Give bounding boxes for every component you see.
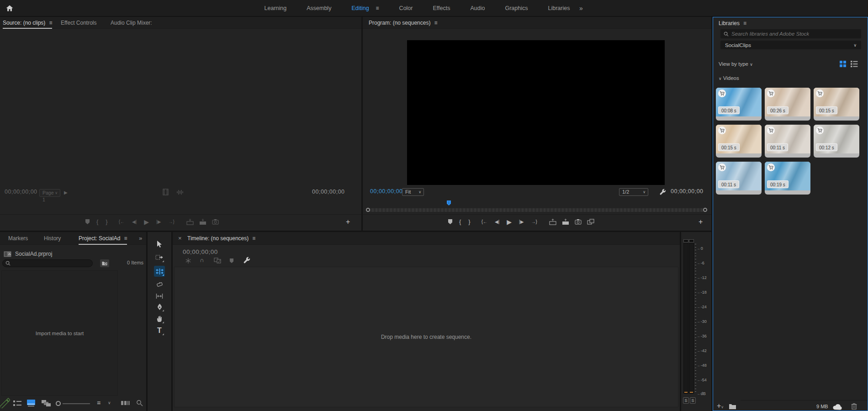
tab-history[interactable]: History: [44, 232, 61, 245]
icon-view-button[interactable]: [26, 399, 36, 407]
solo-left-button[interactable]: S: [683, 397, 689, 404]
libraries-panel-menu-icon[interactable]: ≡: [743, 20, 746, 26]
hand-tool[interactable]: [154, 313, 165, 324]
delete-trash-icon[interactable]: [851, 403, 857, 410]
program-monitor[interactable]: [407, 40, 665, 185]
playhead-marker[interactable]: [446, 200, 451, 206]
add-marker-button[interactable]: [448, 219, 453, 225]
source-panel-menu-icon[interactable]: ≡: [49, 20, 52, 26]
video-thumbnail[interactable]: 00:08 s: [716, 88, 762, 121]
timeline-drop-zone[interactable]: Drop media here to create sequence.: [174, 267, 678, 407]
insert-button[interactable]: [186, 219, 194, 225]
tab-effects[interactable]: Effects: [433, 0, 450, 16]
automate-to-sequence-button[interactable]: [121, 400, 130, 406]
license-button[interactable]: [718, 90, 726, 97]
license-button[interactable]: [767, 163, 775, 171]
mark-out-button[interactable]: }: [106, 218, 107, 225]
cloud-sync-icon[interactable]: [832, 403, 843, 410]
tab-graphics[interactable]: Graphics: [505, 0, 528, 16]
project-panel-menu-icon[interactable]: ≡: [124, 235, 127, 242]
program-scrubber-bar[interactable]: [368, 208, 705, 212]
thumbnail-zoom-handle[interactable]: [56, 401, 61, 406]
step-back-button[interactable]: ◀|: [132, 219, 137, 224]
list-view-button[interactable]: [13, 400, 22, 406]
tab-libraries[interactable]: Libraries: [548, 0, 570, 16]
videos-section-header[interactable]: ∨ Videos: [719, 75, 739, 81]
ripple-edit-tool[interactable]: [154, 266, 165, 277]
button-editor-button[interactable]: +: [346, 218, 350, 226]
go-to-out-button[interactable]: →}: [168, 219, 174, 224]
search-in-bin-button[interactable]: [100, 259, 109, 267]
zoom-level-select[interactable]: Fit∨: [402, 188, 424, 196]
thumbnail-zoom-slider[interactable]: [63, 403, 90, 404]
tab-effect-controls[interactable]: Effect Controls: [61, 17, 96, 29]
go-to-out-button[interactable]: →}: [531, 219, 537, 224]
editing-tab-menu-icon[interactable]: ≡: [376, 5, 379, 11]
video-thumbnail[interactable]: 00:12 s: [814, 125, 859, 158]
view-by-type-select[interactable]: View by type ∨: [719, 61, 753, 67]
tab-source[interactable]: Source: (no clips)≡: [3, 17, 52, 29]
step-back-button[interactable]: ◀|: [495, 219, 499, 224]
timeline-panel-menu-icon[interactable]: ≡: [252, 235, 255, 242]
go-to-in-button[interactable]: {←: [482, 219, 487, 224]
license-button[interactable]: [767, 90, 775, 97]
add-marker-button[interactable]: [85, 219, 90, 225]
license-button[interactable]: [816, 126, 824, 134]
tab-libraries-panel[interactable]: Libraries≡: [719, 17, 746, 29]
drag-video-only-icon[interactable]: [163, 189, 169, 195]
scrubber-right-handle[interactable]: [703, 208, 707, 212]
libraries-search-input[interactable]: Search libraries and Adobe Stock: [720, 29, 861, 38]
source-page-play-icon[interactable]: ▶: [64, 190, 68, 196]
insert-as-nest-icon[interactable]: [185, 258, 191, 264]
settings-wrench-icon[interactable]: [659, 189, 666, 195]
tab-editing[interactable]: Editing ≡: [351, 0, 379, 16]
linked-selection-icon[interactable]: [214, 258, 221, 263]
video-thumbnail[interactable]: 00:11 s: [765, 125, 810, 158]
license-button[interactable]: [718, 163, 726, 171]
sort-icon[interactable]: ≡: [97, 399, 101, 406]
selection-tool[interactable]: [154, 238, 165, 249]
grid-view-button[interactable]: [839, 60, 847, 68]
play-button[interactable]: ▶: [507, 218, 512, 226]
pen-tool[interactable]: [154, 301, 165, 312]
video-thumbnail[interactable]: 00:26 s: [765, 88, 810, 121]
button-editor-button[interactable]: +: [699, 218, 703, 226]
playback-resolution-select[interactable]: 1/2∨: [619, 188, 648, 196]
tab-assembly[interactable]: Assembly: [307, 0, 331, 16]
tab-program[interactable]: Program: (no sequences)≡: [369, 17, 437, 29]
tab-timeline[interactable]: Timeline: (no sequences)≡: [187, 232, 255, 245]
extract-button[interactable]: [562, 219, 569, 225]
project-media-area[interactable]: Import media to start: [1, 270, 118, 396]
razor-tool[interactable]: [154, 279, 165, 290]
workspace-overflow-button[interactable]: »: [579, 0, 583, 16]
license-button[interactable]: [816, 90, 824, 97]
snap-magnet-icon[interactable]: ∩: [200, 257, 204, 263]
panel-overflow-button[interactable]: »: [139, 232, 142, 245]
list-view-button[interactable]: [850, 60, 858, 68]
step-forward-button[interactable]: |▶: [519, 219, 524, 224]
find-button[interactable]: [136, 400, 143, 406]
track-select-forward-tool[interactable]: [154, 252, 165, 263]
export-frame-button[interactable]: [212, 219, 219, 225]
freeform-view-button[interactable]: [41, 400, 51, 407]
license-button[interactable]: [718, 126, 726, 134]
license-button[interactable]: [767, 126, 775, 134]
mark-in-button[interactable]: {: [459, 218, 461, 225]
tab-project[interactable]: Project: SocialAd≡: [79, 232, 127, 245]
add-content-button[interactable]: +∨: [717, 402, 724, 410]
source-page-selector[interactable]: Page 1∨: [39, 189, 60, 197]
tab-audio-clip-mixer[interactable]: Audio Clip Mixer:: [111, 17, 152, 29]
drag-audio-only-icon[interactable]: [176, 190, 184, 195]
timeline-timecode[interactable]: 00;00;00;00: [183, 248, 218, 255]
tab-learning[interactable]: Learning: [265, 0, 287, 16]
tab-audio[interactable]: Audio: [470, 0, 485, 16]
project-search-input[interactable]: [2, 259, 93, 267]
export-frame-button[interactable]: [575, 219, 582, 225]
comparison-view-button[interactable]: [587, 219, 594, 225]
lift-button[interactable]: [549, 219, 556, 225]
library-select[interactable]: SocialClips ∨: [720, 41, 861, 49]
tab-color[interactable]: Color: [399, 0, 413, 16]
add-marker-icon[interactable]: [229, 258, 234, 263]
slip-tool[interactable]: [154, 290, 165, 301]
tab-markers[interactable]: Markers: [8, 232, 28, 245]
